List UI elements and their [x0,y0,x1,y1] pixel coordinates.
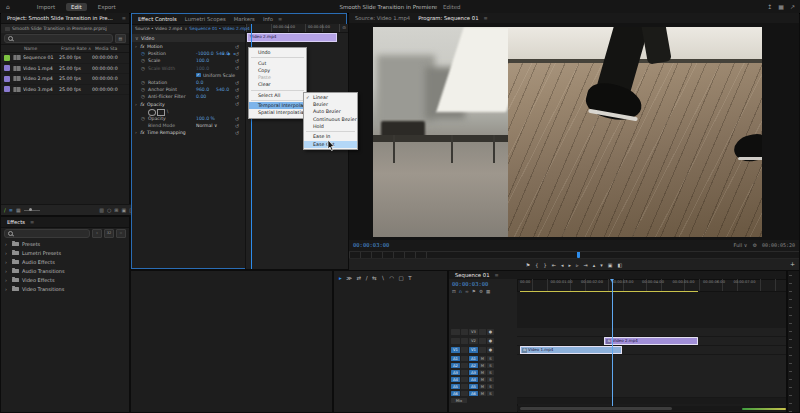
new-item-icon[interactable]: ▣ [122,207,127,213]
mute-button[interactable]: M [479,363,486,369]
project-item-row[interactable]: Video 1.mp425.00 fps00:00:00:0 [1,64,129,75]
hand-tool[interactable]: ◠ [389,275,394,281]
submenu-item-continuous-bezier[interactable]: Continuous Bezier [304,116,357,123]
slip-tool[interactable]: ⇆ [372,275,377,281]
timeline-lanes[interactable]: fxVideo 2.mp4fxVideo 1.mp4 [517,292,786,404]
panel-menu-icon[interactable]: ≡ [278,16,282,22]
ec-row-anti-flicker-filter[interactable]: ◷Anti-flicker Filter0.00↺ [132,93,244,100]
param-value[interactable]: 0.00 [196,94,206,99]
sync-lock-icon[interactable] [479,338,486,344]
track-lock-icon[interactable] [461,370,468,376]
effects-folder-audio-transitions[interactable]: ›Audio Transitions [1,266,129,275]
track-target-toggle[interactable]: V1 [469,347,478,353]
audio-track-lane-a6[interactable] [517,390,786,398]
reset-param-icon[interactable]: ↺ [235,87,239,93]
track-target-toggle[interactable]: V3 [469,329,478,335]
chevron-right-icon[interactable]: › [5,277,9,283]
stopwatch-icon[interactable]: ◷ [141,66,145,71]
menu-item-clear[interactable]: Clear [249,81,306,88]
item-name[interactable]: Video 1.mp4 [23,66,59,71]
param-value[interactable]: 100.0 [196,58,209,63]
reset-param-icon[interactable]: ↺ [235,116,239,122]
mute-button[interactable]: M [479,356,486,362]
submenu-item-auto-bezier[interactable]: Auto Bezier [304,108,357,115]
track-lock-icon[interactable] [461,377,468,383]
icon-view-icon[interactable]: ▦ [16,207,21,213]
read-only-toggle-icon[interactable]: ∕ [4,207,6,213]
video-label-chip[interactable] [4,76,10,82]
track-visibility-icon[interactable]: ● [487,347,494,353]
video-label-chip[interactable] [4,86,10,92]
track-target-toggle[interactable]: A4 [469,377,478,383]
chevron-right-icon[interactable]: › [5,286,9,292]
tab-info[interactable]: Info [260,14,276,24]
source-patch[interactable]: A6 [451,391,460,397]
menu-item-undo[interactable]: Undo [249,49,306,56]
track-select-forward-tool[interactable]: ≫ [346,275,352,281]
tab-program-monitor[interactable]: Program: Sequence 01 [415,13,481,24]
collapse-timeline-icon[interactable]: ⊙ [342,25,346,30]
export-frame-button[interactable]: ▣ [608,260,613,270]
submenu-item-bezier[interactable]: Bezier [304,101,357,108]
monitor-settings-icon[interactable]: ⚙ [752,242,756,248]
ec-row-scale-width[interactable]: ◷Scale Width100.0↺ [132,65,244,72]
timeline-clip-video-1-mp4[interactable]: fxVideo 1.mp4 [520,346,622,354]
ec-row-masks[interactable]: ∖ [132,108,244,115]
solo-button[interactable]: S [487,391,494,397]
mask-pen-icon[interactable]: ∖ [166,109,172,114]
monitor-scrub-bar[interactable] [349,251,799,258]
track-visibility-icon[interactable]: ● [487,329,494,335]
tab-source-monitor[interactable]: Source: Video 1.mp4 [352,13,413,23]
project-item-row[interactable]: Video 3.mp425.00 fps00:00:00:0 [1,85,129,96]
quick-export-icon[interactable]: ↥ [767,3,772,10]
solo-button[interactable]: S [487,370,494,376]
project-item-row[interactable]: Sequence 0125.00 fps00:00:00:0 [1,53,129,64]
video-track-lane-v3[interactable] [517,328,786,337]
app-tab-edit[interactable]: Edit [66,3,87,11]
mark-in-button[interactable]: { [535,260,538,270]
source-patch[interactable]: A4 [451,377,460,383]
solo-button[interactable]: S [487,363,494,369]
stopwatch-icon[interactable]: ◷ [141,116,145,121]
ec-row-position[interactable]: ◷Position-1000.0540.0◂ ◆ ▸↺ [132,50,244,57]
effects-filter-badge-2[interactable]: :: [116,229,126,238]
reset-param-icon[interactable]: ↺ [235,123,239,129]
caption-lane-icon[interactable]: ▦ [486,289,490,294]
source-patch[interactable]: A3 [451,370,460,376]
param-value[interactable]: 100.0 % [196,116,215,121]
ec-row-time-remapping[interactable]: ›fxTime Remapping↺ [132,129,244,136]
track-lock-icon[interactable] [461,391,468,397]
reset-effect-icon[interactable]: ↺ [235,101,239,107]
find-icon[interactable]: ○ [107,207,111,213]
home-icon[interactable]: ⌂ [6,3,10,10]
panel-menu-icon[interactable]: ≡ [484,15,488,21]
track-target-toggle[interactable]: A6 [469,391,478,397]
item-name[interactable]: Video 3.mp4 [23,87,59,92]
blend-mode-select[interactable]: Normal ∨ [196,123,217,128]
ec-row-rotation[interactable]: ◷Rotation0.0↺ [132,79,244,86]
tab-effects[interactable]: Effects [4,217,28,227]
chevron-right-icon[interactable]: › [5,250,9,256]
param-value[interactable]: -1000.0 [196,51,214,56]
track-lock-icon[interactable] [461,356,468,362]
menu-item-select-all[interactable]: Select All [249,92,306,99]
menu-item-paste[interactable]: Paste [249,74,306,81]
app-tab-export[interactable]: Export [93,3,121,11]
effects-folder-video-transitions[interactable]: ›Video Transitions [1,284,129,293]
uniform-scale-checkbox[interactable]: ✓ [196,73,201,78]
app-tab-import[interactable]: Import [32,3,60,11]
panel-menu-icon[interactable]: ≡ [122,15,126,21]
tab-project[interactable]: Project: Smooth Slide Transition in Prem… [4,13,120,23]
item-name[interactable]: Sequence 01 [23,55,59,60]
item-name[interactable]: Video 2.mp4 [23,76,59,81]
timeline-settings-icon[interactable]: ⚙ [479,289,483,294]
track-lock-icon[interactable] [461,347,468,353]
mute-button[interactable]: M [479,391,486,397]
track-visibility-icon[interactable]: ● [487,338,494,344]
param-value[interactable]: 0.0 [196,80,203,85]
reset-param-icon[interactable]: ↺ [235,65,239,71]
ripple-edit-tool[interactable]: ⇄ [357,275,362,281]
mini-timeline-clip[interactable]: Video 2.mp4 [247,33,337,42]
project-search-input[interactable] [4,34,113,43]
ec-row-anchor-point[interactable]: ◷Anchor Point960.0540.0↺ [132,86,244,93]
